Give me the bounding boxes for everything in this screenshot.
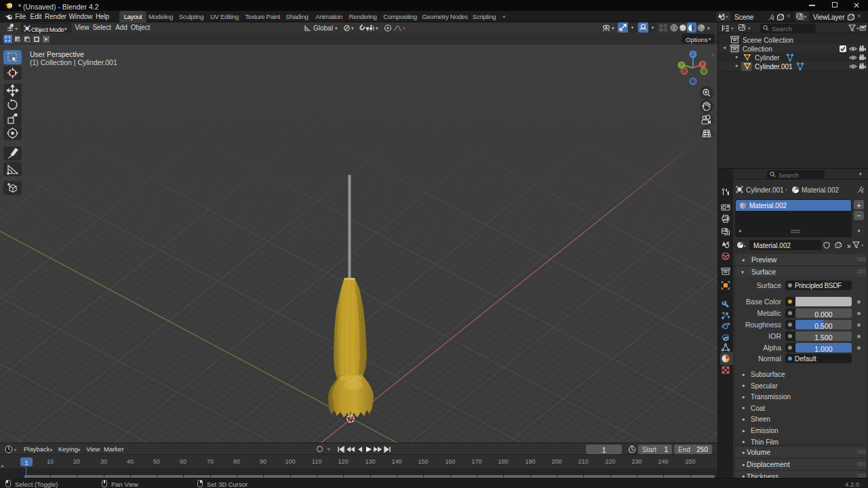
svg-text:X: X — [701, 62, 705, 66]
svg-text:Y: Y — [680, 62, 684, 67]
svg-text:Z: Z — [692, 52, 695, 56]
